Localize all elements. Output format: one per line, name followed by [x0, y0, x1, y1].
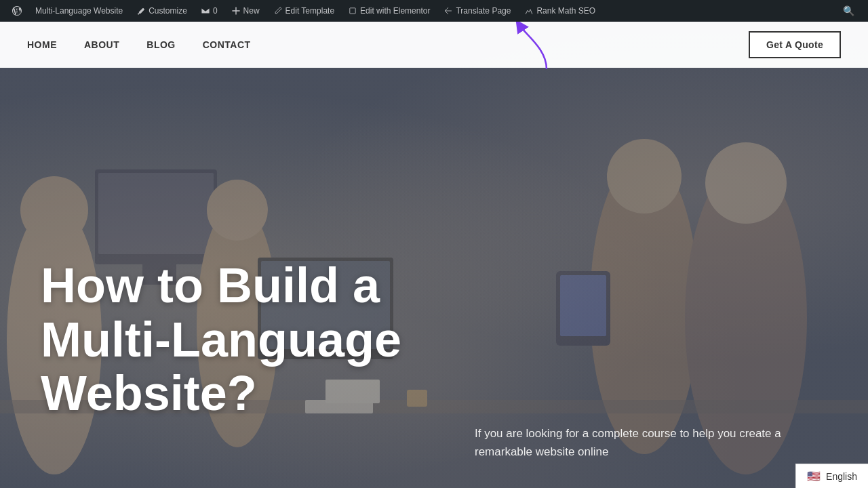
svg-rect-19 [350, 8, 355, 14]
site-header: HOME ABOUT BLOG CONTACT Get A Quote [0, 22, 868, 68]
nav-blog[interactable]: BLOG [146, 39, 175, 50]
elementor-icon [348, 6, 357, 16]
language-bar[interactable]: 🇺🇸 English [795, 464, 868, 488]
admin-bar-right: 🔍 [835, 5, 863, 16]
get-quote-button[interactable]: Get A Quote [749, 31, 841, 58]
site-name-item[interactable]: Multi-Language Website [28, 0, 130, 22]
search-icon[interactable]: 🔍 [835, 5, 863, 16]
comments-count: 0 [213, 6, 218, 16]
customize-item[interactable]: Customize [130, 0, 194, 22]
language-flag: 🇺🇸 [807, 470, 821, 483]
rank-math-icon [524, 6, 534, 16]
nav-about[interactable]: ABOUT [84, 39, 119, 50]
admin-toolbar: Multi-Language Website Customize 0 New E… [0, 0, 868, 22]
language-label: English [826, 471, 857, 482]
edit-elementor-label: Edit with Elementor [360, 6, 430, 16]
translate-icon [443, 6, 453, 16]
edit-elementor-item[interactable]: Edit with Elementor [341, 0, 437, 22]
wp-logo[interactable] [5, 0, 28, 22]
edit-template-item[interactable]: Edit Template [267, 0, 342, 22]
site-name-label: Multi-Language Website [35, 6, 123, 16]
edit-template-icon [273, 6, 283, 16]
hero-title: How to Build a Multi-Language Website? [41, 259, 515, 420]
customize-icon [136, 6, 146, 16]
comments-item[interactable]: 0 [194, 0, 224, 22]
edit-template-label: Edit Template [285, 6, 335, 16]
new-icon [231, 6, 241, 16]
new-label: New [243, 6, 260, 16]
rank-math-item[interactable]: Rank Math SEO [517, 0, 602, 22]
hero-subtitle: If you are looking for a complete course… [475, 424, 814, 461]
nav-home[interactable]: HOME [27, 39, 57, 50]
site-navigation: HOME ABOUT BLOG CONTACT [27, 39, 251, 50]
customize-label: Customize [149, 6, 187, 16]
translate-page-label: Translate Page [456, 6, 511, 16]
nav-contact[interactable]: CONTACT [203, 39, 251, 50]
comments-icon [201, 6, 210, 16]
wordpress-icon [12, 6, 22, 16]
rank-math-label: Rank Math SEO [536, 6, 595, 16]
new-item[interactable]: New [224, 0, 267, 22]
translate-page-item[interactable]: Translate Page [437, 0, 517, 22]
hero-content: How to Build a Multi-Language Website? [0, 22, 868, 488]
